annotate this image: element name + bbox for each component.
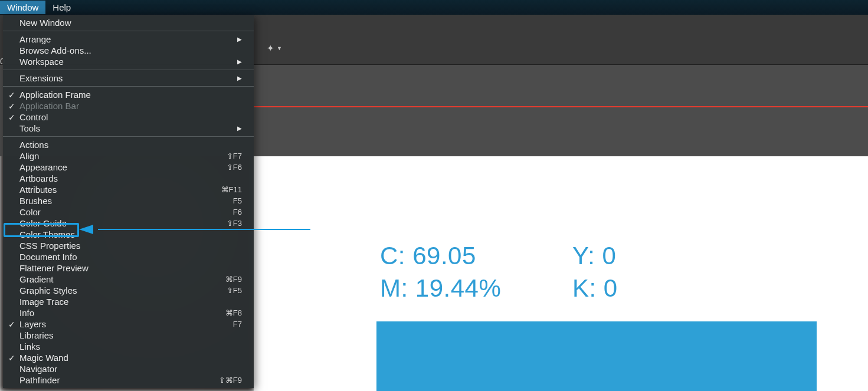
menu-item-application-frame[interactable]: ✓Application Frame [3,89,254,100]
check-icon: ✓ [8,112,15,123]
label: Control [19,111,48,123]
menu-item-color[interactable]: ColorF6 [3,206,254,218]
menu-item-appearance[interactable]: Appearance⇧F6 [3,162,254,173]
shortcut: F6 [233,206,242,218]
label: Graphic Styles [19,285,77,296]
label: Actions [19,139,48,150]
menu-item-control[interactable]: ✓Control [3,111,254,123]
label: Gradient [19,274,54,285]
label: Browse Add-ons... [19,45,91,56]
menu-item-libraries[interactable]: Libraries [3,330,254,341]
cmyk-c-text: C: 69.05 [380,242,476,270]
menu-separator [3,31,254,31]
submenu-arrow-icon: ▶ [237,34,242,45]
window-menu-dropdown: New Window Arrange▶ Browse Add-ons... Wo… [3,15,254,388]
menu-item-application-bar: ✓Application Bar [3,100,254,111]
menu-item-actions[interactable]: Actions [3,139,254,150]
label: Image Trace [19,296,68,307]
shortcut: ⇧F5 [227,285,242,296]
shortcut: ⇧⌘F9 [219,374,242,386]
menu-item-extensions[interactable]: Extensions▶ [3,73,254,84]
label: Navigator [19,363,57,374]
label: Color Themes [19,229,75,240]
shortcut: ⌘F8 [225,307,242,318]
menu-item-pathfinder[interactable]: Pathfinder⇧⌘F9 [3,374,254,386]
menu-separator [3,86,254,87]
menu-item-links[interactable]: Links [3,341,254,352]
shortcut: F5 [233,195,242,206]
menu-item-align[interactable]: Align⇧F7 [3,150,254,162]
submenu-arrow-icon: ▶ [237,73,242,84]
color-swatch-rect [376,321,817,391]
dropdown-triangle-icon: ▼ [277,45,282,51]
label: Magic Wand [19,352,68,363]
label: Flattener Preview [19,262,89,274]
label: Arrange [19,34,51,45]
menu-item-layers[interactable]: ✓LayersF7 [3,318,254,330]
label: Appearance [19,162,67,173]
menu-item-graphic-styles[interactable]: Graphic Styles⇧F5 [3,285,254,296]
shortcut: F7 [233,318,242,330]
magic-wand-glyph: ✦ [267,43,274,54]
menu-item-image-trace[interactable]: Image Trace [3,296,254,307]
label: Align [19,150,39,162]
label: Color [19,206,41,218]
label: Brushes [19,195,52,206]
menu-item-magic-wand[interactable]: ✓Magic Wand [3,352,254,363]
menu-item-brushes[interactable]: BrushesF5 [3,195,254,206]
menu-item-workspace[interactable]: Workspace▶ [3,56,254,67]
submenu-arrow-icon: ▶ [237,123,242,134]
label: Application Bar [19,100,79,111]
menu-item-arrange[interactable]: Arrange▶ [3,34,254,45]
menu-item-info[interactable]: Info⌘F8 [3,307,254,318]
check-icon: ✓ [8,101,15,112]
check-icon: ✓ [8,319,15,330]
menu-item-color-guide[interactable]: Color Guide⇧F3 [3,218,254,229]
menu-item-flattener-preview[interactable]: Flattener Preview [3,262,254,274]
menu-separator [3,136,254,137]
menu-item-document-info[interactable]: Document Info [3,251,254,262]
shortcut: ⌘F9 [225,274,242,285]
label: Layers [19,318,46,330]
menu-item-browse-addons[interactable]: Browse Add-ons... [3,45,254,56]
shortcut: ⇧F3 [227,218,242,229]
shortcut: ⇧F7 [227,150,242,162]
label: Application Frame [19,89,91,100]
menu-item-new-window[interactable]: New Window [3,17,254,28]
cmyk-m-text: M: 19.44% [380,274,501,303]
submenu-arrow-icon: ▶ [237,56,242,67]
menu-item-artboards[interactable]: Artboards [3,173,254,184]
check-icon: ✓ [8,353,15,364]
menu-item-css-properties[interactable]: CSS Properties [3,240,254,251]
label: Pathfinder [19,374,60,386]
magic-wand-options-icon[interactable]: ✦ ▼ [267,43,282,54]
cmyk-y-text: Y: 0 [572,242,616,270]
shortcut: ⌘F11 [221,184,242,195]
menu-help[interactable]: Help [45,1,78,14]
label: Artboards [19,173,58,184]
menu-item-tools[interactable]: Tools▶ [3,123,254,134]
menu-bar: Window Help [0,0,868,15]
label: Links [19,341,40,352]
label: Tools [19,123,40,134]
artboard-guide-line [254,106,868,107]
label: New Window [19,17,71,28]
label: CSS Properties [19,240,80,251]
menu-item-attributes[interactable]: Attributes⌘F11 [3,184,254,195]
menu-separator [3,70,254,70]
check-icon: ✓ [8,90,15,101]
label: Document Info [19,251,77,262]
cmyk-k-text: K: 0 [572,274,618,303]
menu-item-navigator[interactable]: Navigator [3,363,254,374]
label: Libraries [19,330,54,341]
menu-item-color-themes[interactable]: Color Themes [3,229,254,240]
label: Info [19,307,34,318]
label: Extensions [19,73,63,84]
label: Attributes [19,184,57,195]
menu-window[interactable]: Window [0,1,45,14]
menu-item-gradient[interactable]: Gradient⌘F9 [3,274,254,285]
label: Color Guide [19,218,67,229]
label: Workspace [19,56,64,67]
shortcut: ⇧F6 [227,162,242,173]
